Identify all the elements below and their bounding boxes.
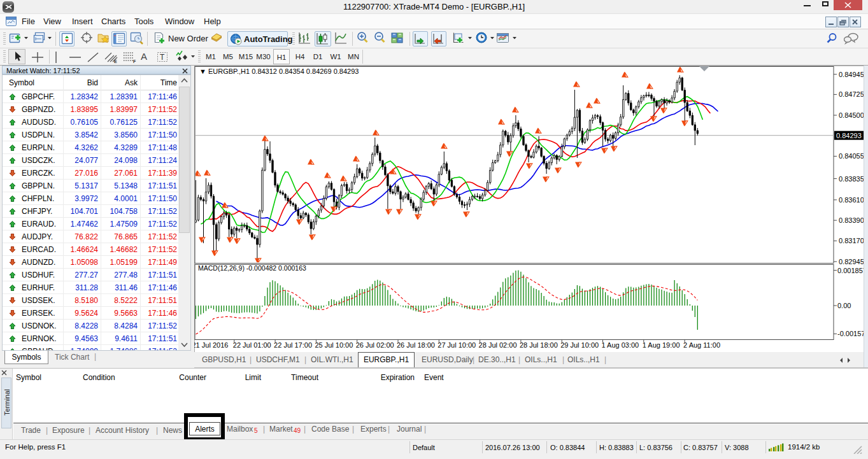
svg-text:0.82945: 0.82945	[839, 258, 864, 265]
svg-text:27 Jul 10:00: 27 Jul 10:00	[438, 341, 476, 349]
svg-text:26 Jul 02:00: 26 Jul 02:00	[356, 341, 394, 349]
svg-text:22 Jul 17:00: 22 Jul 17:00	[274, 341, 312, 349]
svg-text:0.84725: 0.84725	[839, 90, 864, 98]
svg-text:0.84293: 0.84293	[836, 132, 862, 139]
svg-text:22 Jul 01:00: 22 Jul 01:00	[233, 341, 271, 349]
svg-text:0.83610: 0.83610	[839, 196, 864, 204]
svg-text:MACD(12,26,9) -0.000482 0.0001: MACD(12,26,9) -0.000482 0.000163	[198, 264, 306, 272]
svg-text:T: T	[160, 53, 165, 62]
svg-text:2 Aug 11:00: 2 Aug 11:00	[683, 341, 720, 349]
svg-text:0.84945: 0.84945	[839, 71, 864, 78]
svg-text:28 Jul 02:00: 28 Jul 02:00	[479, 341, 517, 349]
svg-text:0.00: 0.00	[837, 302, 851, 309]
svg-text:F: F	[133, 59, 136, 64]
svg-text:0.84500: 0.84500	[839, 111, 864, 119]
svg-text:0.001857: 0.001857	[837, 267, 867, 274]
svg-text:0.84055: 0.84055	[839, 152, 864, 160]
svg-text:1 Aug 03:00: 1 Aug 03:00	[602, 341, 639, 349]
svg-text:1 Aug 19:00: 1 Aug 19:00	[643, 341, 680, 349]
svg-text:0.83835: 0.83835	[839, 175, 864, 183]
svg-text:E: E	[114, 59, 117, 64]
svg-text:25 Jul 10:00: 25 Jul 10:00	[315, 341, 353, 349]
svg-text:0.83170: 0.83170	[839, 237, 864, 244]
svg-text:28 Jul 18:00: 28 Jul 18:00	[520, 341, 558, 349]
svg-text:▼ EURGBP.,H1 0.84312 0.84354: ▼ EURGBP.,H1 0.84312 0.84354 0.84269 0.8…	[199, 67, 359, 75]
svg-text:21 Jul 2016: 21 Jul 2016	[194, 341, 228, 349]
svg-text:0.83390: 0.83390	[839, 216, 864, 224]
svg-text:26 Jul 18:00: 26 Jul 18:00	[397, 341, 435, 349]
svg-text:29 Jul 10:00: 29 Jul 10:00	[560, 341, 599, 349]
